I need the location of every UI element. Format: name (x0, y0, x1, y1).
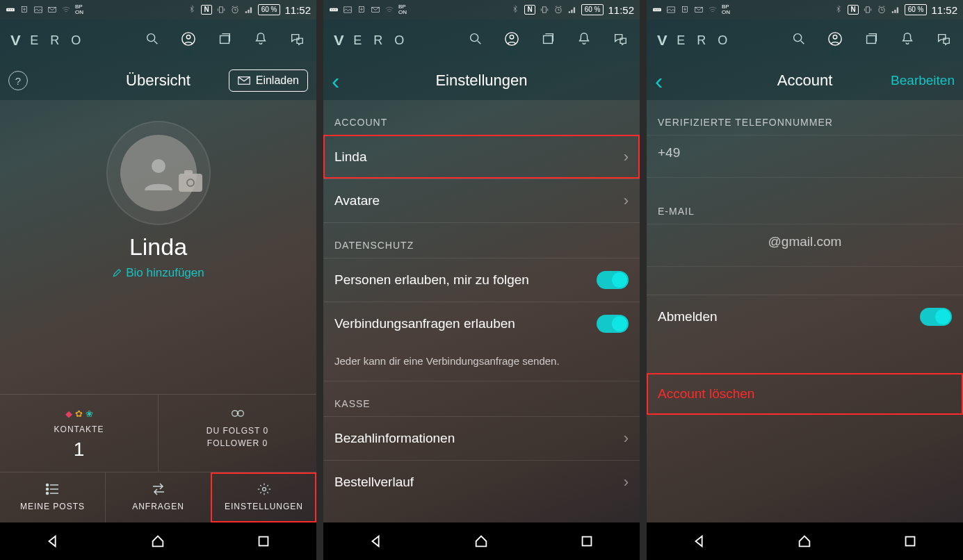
chevron-right-icon: › (624, 192, 629, 210)
nav-recent-icon[interactable] (579, 534, 594, 549)
nfc-icon: N (524, 5, 535, 15)
brand-logo[interactable]: VE R O (11, 33, 85, 49)
image-icon (666, 5, 676, 15)
top-nav: VE R O (323, 19, 640, 61)
svg-rect-48 (867, 35, 876, 43)
svg-point-11 (186, 35, 191, 40)
help-icon[interactable]: ? (8, 71, 28, 90)
page-header: ‹ Einstellungen (323, 61, 640, 100)
image-icon (343, 5, 353, 15)
bp-icon: BPON (75, 4, 83, 15)
row-account-name[interactable]: Linda› (323, 135, 640, 179)
svg-point-45 (794, 34, 802, 42)
avatar[interactable] (106, 121, 211, 225)
svg-rect-7 (219, 7, 222, 13)
vibrate-icon (216, 5, 226, 15)
toggle-allow-connect[interactable] (597, 315, 629, 333)
alarm-icon (553, 5, 563, 15)
bell-icon[interactable] (252, 31, 269, 49)
tab-my-posts[interactable]: MEINE POSTS (0, 472, 105, 522)
download-icon (19, 5, 29, 15)
bp-icon: BPON (722, 4, 730, 15)
page-header: ‹ Account Bearbeiten (647, 61, 963, 100)
nav-back-icon[interactable] (45, 534, 60, 549)
chat-icon[interactable] (935, 31, 952, 49)
chevron-right-icon: › (624, 473, 629, 491)
stats-contacts[interactable]: ◆✿❀ KONTAKTE 1 (0, 395, 158, 472)
camera-icon[interactable] (179, 174, 202, 192)
svg-point-19 (46, 493, 48, 495)
more-icon (329, 5, 339, 15)
add-bio-link[interactable]: Bio hinzufügen (0, 266, 316, 280)
back-button[interactable]: ‹ (655, 72, 663, 89)
more-icon (6, 5, 15, 15)
svg-point-14 (152, 159, 165, 173)
bp-icon: BPON (398, 4, 407, 15)
svg-point-24 (333, 9, 334, 10)
nav-recent-icon[interactable] (256, 534, 271, 549)
search-icon[interactable] (791, 31, 807, 49)
search-icon[interactable] (467, 31, 484, 49)
bell-icon[interactable] (899, 31, 916, 49)
tab-requests[interactable]: ANFRAGEN (105, 472, 211, 522)
clock-time: 11:52 (931, 4, 957, 16)
nav-recent-icon[interactable] (903, 534, 918, 549)
statusbar: BPON N 60 % 11:52 (0, 0, 316, 19)
svg-point-20 (262, 488, 266, 491)
collections-icon[interactable] (863, 31, 880, 49)
clock-time: 11:52 (284, 4, 311, 16)
mail-icon (371, 5, 380, 15)
nav-home-icon[interactable] (797, 534, 812, 549)
row-logout[interactable]: Abmelden (647, 295, 963, 338)
screen-profile: BPON N 60 % 11:52 VE R O ? Übersicht (0, 0, 316, 560)
edit-button[interactable]: Bearbeiten (891, 73, 955, 88)
bottom-tabs: MEINE POSTS ANFRAGEN EINSTELLUNGEN (0, 472, 316, 522)
android-navbar (0, 522, 316, 560)
signal-icon (891, 5, 900, 15)
vibrate-icon (540, 5, 549, 15)
invite-button[interactable]: Einladen (229, 69, 308, 92)
row-delete-account[interactable]: Account löschen (647, 373, 963, 415)
chat-icon[interactable] (289, 31, 305, 49)
svg-rect-21 (259, 537, 268, 546)
row-allow-follow[interactable]: Personen erlauben, mir zu folgen (323, 258, 640, 302)
brand-logo[interactable]: VE R O (658, 33, 731, 49)
back-button[interactable]: ‹ (332, 72, 339, 89)
profile-icon[interactable] (180, 31, 197, 49)
svg-point-2 (10, 9, 11, 10)
nav-back-icon[interactable] (369, 534, 384, 549)
nav-home-icon[interactable] (150, 534, 165, 549)
mail-icon (694, 5, 704, 15)
wifi-icon (385, 5, 394, 15)
stats-followers[interactable]: DU FOLGST 0 FOLLOWER 0 (158, 395, 316, 472)
svg-point-18 (46, 488, 48, 491)
envelope-icon (238, 76, 250, 85)
profile-icon[interactable] (827, 31, 843, 49)
page-header: ? Übersicht Einladen (0, 61, 316, 100)
row-avatars[interactable]: Avatare› (323, 179, 640, 223)
row-allow-connect[interactable]: Verbindungsanfragen erlauben (323, 302, 640, 345)
toggle-logout[interactable] (920, 308, 952, 326)
collections-icon[interactable] (540, 31, 556, 49)
android-navbar (323, 522, 640, 560)
battery-icon: 60 % (905, 4, 928, 15)
row-order-history[interactable]: Bestellverlauf› (323, 460, 640, 504)
nav-back-icon[interactable] (692, 534, 707, 549)
toggle-allow-follow[interactable] (597, 271, 629, 289)
chat-icon[interactable] (612, 31, 629, 49)
bell-icon[interactable] (576, 31, 592, 49)
chevron-right-icon: › (624, 429, 629, 447)
tab-settings[interactable]: EINSTELLUNGEN (211, 472, 316, 522)
svg-point-33 (510, 35, 514, 40)
section-kasse: KASSE (323, 381, 640, 416)
profile-icon[interactable] (503, 31, 520, 49)
battery-icon: 60 % (258, 4, 281, 15)
collections-icon[interactable] (216, 31, 233, 49)
brand-logo[interactable]: VE R O (334, 33, 408, 49)
svg-point-31 (471, 34, 478, 42)
row-payment-info[interactable]: Bezahlinformationen› (323, 416, 640, 460)
nav-home-icon[interactable] (474, 534, 489, 549)
search-icon[interactable] (144, 31, 161, 49)
privacy-hint: Jeder kann dir eine Verbindungsanfrage s… (323, 345, 640, 381)
page-title: Account (777, 72, 833, 90)
